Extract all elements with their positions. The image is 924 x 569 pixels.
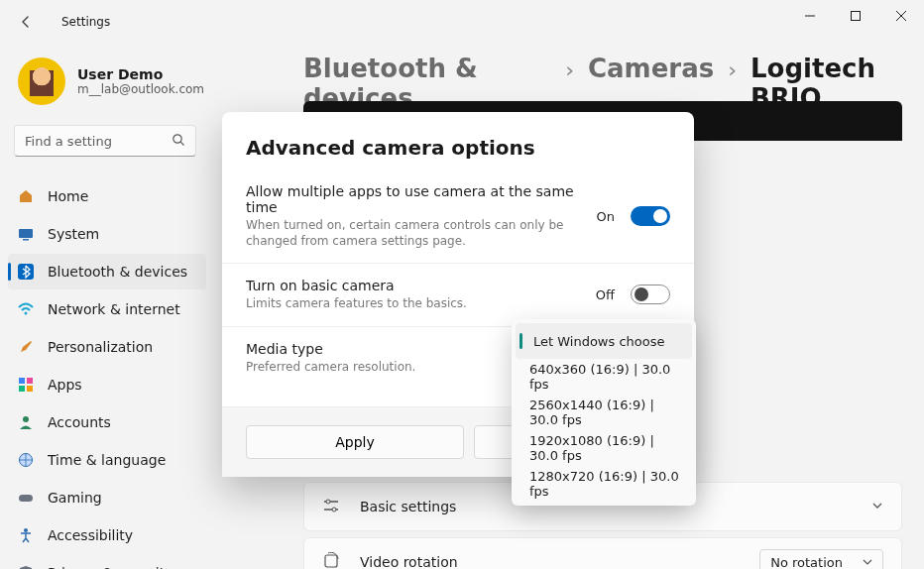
row-title: Turn on basic camera [246,278,580,293]
chevron-right-icon: › [728,57,737,82]
chevron-down-icon [871,499,883,514]
chevron-down-icon [863,555,872,570]
avatar [18,57,65,105]
rotation-value: No rotation [770,555,843,570]
video-rotation-row: Video rotation No rotation [303,537,902,569]
sidebar-item-label: Bluetooth & devices [48,264,187,280]
svg-point-16 [326,500,330,504]
multi-apps-row: Allow multiple apps to use camera at the… [222,170,694,263]
wifi-icon [18,301,34,317]
sidebar-item-label: Apps [48,377,82,393]
user-block[interactable]: User Demo m__lab@outlook.com [18,57,204,105]
sidebar-item-label: System [48,226,99,242]
svg-point-15 [24,528,28,532]
window-controls [787,0,924,32]
sidebar-item-bluetooth-devices[interactable]: Bluetooth & devices [8,254,206,289]
row-title: Allow multiple apps to use camera at the… [246,183,581,215]
svg-rect-4 [19,229,33,238]
search-placeholder: Find a setting [25,134,112,149]
sidebar-item-label: Accounts [48,414,111,430]
toggle-state: Off [596,287,615,302]
shield-icon [18,565,34,569]
sidebar-item-apps[interactable]: Apps [8,367,206,402]
basic-camera-toggle[interactable] [631,284,670,304]
sidebar-item-home[interactable]: Home [8,178,206,214]
row-desc: When turned on, certain camera controls … [246,217,581,249]
sidebar-item-label: Home [48,188,88,204]
bluetooth-icon [18,264,34,280]
sidebar-item-label: Personalization [48,339,153,355]
svg-rect-18 [325,555,337,567]
system-icon [18,226,34,242]
sidebar-item-label: Gaming [48,490,102,506]
sidebar-item-gaming[interactable]: Gaming [8,480,206,515]
dropdown-option[interactable]: 1920x1080 (16:9) | 30.0 fps [512,430,696,466]
svg-rect-5 [23,239,29,241]
basic-camera-row: Turn on basic camera Limits camera featu… [222,263,694,325]
sidebar-item-label: Network & internet [48,301,180,317]
apps-icon [18,377,34,393]
sidebar: Home System Bluetooth & devices Network … [8,178,206,569]
globe-icon [18,452,34,468]
card-label: Video rotation [360,554,458,569]
sidebar-item-label: Privacy & security [48,565,173,569]
rotation-icon [322,552,342,570]
media-type-dropdown: Let Windows choose 640x360 (16:9) | 30.0… [512,319,696,506]
svg-rect-8 [19,378,25,384]
minimize-button[interactable] [787,0,833,32]
gaming-icon [18,490,34,506]
user-name: User Demo [77,66,204,82]
search-icon [172,133,185,150]
back-button[interactable] [8,4,44,40]
dropdown-option[interactable]: Let Windows choose [516,323,692,359]
user-email: m__lab@outlook.com [77,82,204,96]
sidebar-item-accounts[interactable]: Accounts [8,404,206,440]
svg-rect-9 [27,378,33,384]
sidebar-item-time-language[interactable]: Time & language [8,442,206,478]
row-desc: Limits camera features to the basics. [246,295,580,311]
sidebar-item-accessibility[interactable]: Accessibility [8,517,206,553]
search-input[interactable]: Find a setting [14,125,196,157]
accounts-icon [18,414,34,430]
window-title: Settings [61,15,110,29]
brush-icon [18,339,34,355]
titlebar: Settings [0,0,924,44]
sidebar-item-privacy[interactable]: Privacy & security [8,555,206,569]
accessibility-icon [18,527,34,543]
sidebar-item-network[interactable]: Network & internet [8,291,206,327]
svg-point-7 [25,312,28,315]
sliders-icon [322,497,342,517]
svg-rect-10 [19,386,25,392]
close-button[interactable] [878,0,924,32]
toggle-state: On [597,209,615,224]
dropdown-option[interactable]: 1280x720 (16:9) | 30.0 fps [512,466,696,502]
svg-point-12 [23,416,29,422]
svg-point-17 [332,508,336,512]
breadcrumb-mid[interactable]: Cameras [588,54,714,83]
chevron-right-icon: › [565,57,574,82]
svg-rect-14 [19,495,33,502]
dropdown-option[interactable]: 2560x1440 (16:9) | 30.0 fps [512,395,696,430]
rotation-select[interactable]: No rotation [759,549,883,570]
svg-line-3 [180,142,183,145]
multi-apps-toggle[interactable] [631,206,670,226]
sidebar-item-personalization[interactable]: Personalization [8,329,206,365]
sidebar-item-system[interactable]: System [8,216,206,252]
sidebar-item-label: Accessibility [48,527,133,543]
home-icon [18,188,34,204]
svg-rect-1 [852,12,861,21]
sidebar-item-label: Time & language [48,452,166,468]
card-label: Basic settings [360,499,456,514]
dropdown-option[interactable]: 640x360 (16:9) | 30.0 fps [512,359,696,395]
maximize-button[interactable] [833,0,878,32]
svg-point-2 [173,134,181,142]
apply-button[interactable]: Apply [246,425,464,459]
svg-rect-11 [27,386,33,392]
dialog-title: Advanced camera options [222,112,694,170]
